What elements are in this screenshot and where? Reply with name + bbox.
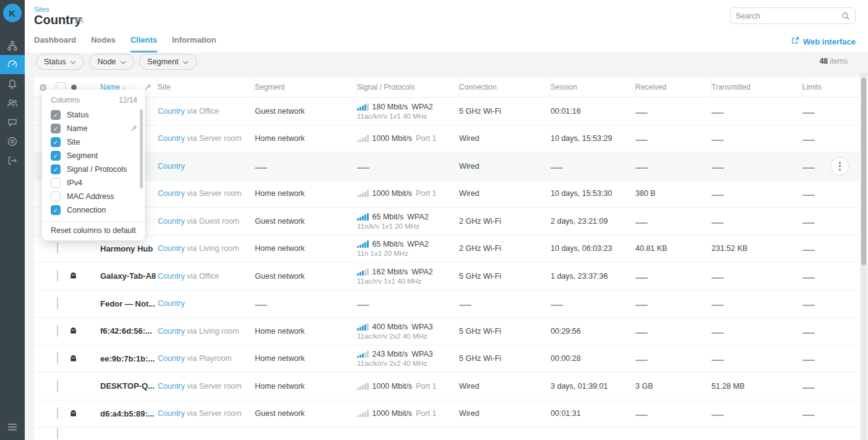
tab-dashboard[interactable]: Dashboard [34, 35, 76, 53]
limits-column-header[interactable]: Limits [802, 77, 860, 97]
empty-value-dash [711, 167, 724, 169]
breadcrumb[interactable]: Sites [34, 6, 49, 13]
popup-item-connection[interactable]: ✓Connection [42, 203, 145, 217]
private-mac-ghost-icon [69, 410, 97, 418]
popup-item-label: Name [67, 124, 87, 133]
tab-nodes[interactable]: Nodes [91, 35, 116, 53]
app-logo[interactable]: K [3, 4, 22, 22]
row-checkbox[interactable] [57, 270, 58, 282]
site-link[interactable]: Country [158, 134, 185, 143]
row-actions-kebab-button[interactable] [830, 157, 849, 176]
row-checkbox-cell [53, 353, 69, 364]
empty-value-dash [802, 277, 815, 279]
popup-item-segment[interactable]: ✓Segment [42, 149, 145, 163]
row-checkbox[interactable] [57, 352, 58, 364]
wifi-signal-icon [357, 350, 369, 358]
sidebar-item-notifications-bell[interactable] [0, 74, 25, 93]
columns-popup-count: 12/14 [119, 96, 137, 104]
popup-item-name[interactable]: ✓Name [42, 122, 145, 135]
site-link[interactable]: Country [158, 382, 185, 391]
popup-checkbox[interactable]: ✓ [51, 124, 61, 133]
table-row: ee:9b:7b:1b:...Country via PlayroomHome … [34, 345, 860, 373]
popup-item-signal-protocols[interactable]: ✓Signal / Protocols [42, 163, 145, 176]
tab-clients[interactable]: Clients [131, 35, 157, 53]
sidebar-item-users[interactable] [0, 93, 25, 112]
table-row: d6:a4:b5:89:...Country via Server roomGu… [34, 400, 860, 428]
transmitted-cell [711, 354, 802, 363]
transmitted-column-header[interactable]: Transmitted [711, 77, 802, 97]
session-column-header[interactable]: Session [550, 77, 635, 97]
empty-value-dash [551, 305, 563, 306]
session-cell: 00:00:28 [551, 354, 635, 363]
transmitted-cell: 51.28 MB [711, 382, 802, 391]
site-link[interactable]: Country [158, 354, 185, 363]
signal-column-header[interactable]: Signal / Protocols [356, 77, 459, 97]
sidebar-item-chat[interactable] [0, 112, 25, 132]
segment-column-header[interactable]: Segment [254, 77, 357, 97]
signal-line1: 1000 Mbit/sPort 1 [357, 134, 459, 143]
site-link[interactable]: Country [158, 327, 185, 336]
filter-segment[interactable]: Segment [139, 54, 197, 70]
row-checkbox[interactable] [57, 380, 58, 392]
empty-value-dash [802, 250, 815, 251]
filter-node[interactable]: Node [89, 54, 134, 70]
site-link[interactable]: Country [158, 162, 185, 171]
table-scrollbar-thumb[interactable] [861, 78, 866, 265]
search-icon[interactable] [841, 12, 850, 20]
site-link[interactable]: Country [158, 107, 185, 116]
sidebar-item-sites-tree[interactable] [0, 36, 25, 55]
table-row: CountryWired [34, 153, 860, 180]
site-link[interactable]: Country [158, 272, 185, 281]
row-checkbox[interactable] [57, 428, 58, 439]
limits-cell [802, 189, 860, 198]
popup-checkbox[interactable]: ✓ [51, 151, 61, 161]
empty-value-dash [255, 167, 267, 169]
pin-icon [130, 125, 137, 132]
site-cell: Country [158, 162, 255, 171]
popup-checkbox[interactable]: ✓ [51, 137, 61, 147]
signal-line1: 1000 Mbit/sPort 1 [357, 382, 459, 391]
signal-speed: 1000 Mbit/s [372, 382, 413, 391]
site-column-header[interactable]: Site [157, 77, 255, 97]
sidebar-item-logout[interactable] [0, 151, 25, 170]
popup-checkbox[interactable]: ✓ [51, 205, 61, 215]
reset-columns-button[interactable]: Reset columns to default [42, 221, 145, 240]
client-name: Fedor — Not... [97, 299, 158, 308]
row-checkbox[interactable] [57, 325, 58, 337]
site-cell: Country via Living room [158, 244, 255, 253]
search-input[interactable] [731, 12, 841, 20]
connection-column-header[interactable]: Connection [458, 77, 551, 97]
pin-icon [144, 83, 152, 91]
row-checkbox[interactable] [57, 297, 58, 309]
filter-label: Segment [147, 57, 178, 66]
signal-cell: 243 Mbit/sWPA311ac/k/r/v 2x2 40 MHz [357, 350, 459, 367]
popup-item-ipv4[interactable]: IPv4 [42, 176, 145, 190]
row-checkbox[interactable] [57, 407, 58, 419]
filter-status[interactable]: Status [36, 54, 84, 70]
tab-information[interactable]: Information [172, 35, 217, 53]
site-link[interactable]: Country [158, 244, 185, 253]
popup-item-site[interactable]: ✓Site [42, 135, 145, 149]
popup-item-mac-address[interactable]: MAC Address [42, 190, 145, 203]
popup-checkbox[interactable] [51, 192, 61, 201]
row-checkbox[interactable] [57, 242, 58, 254]
popup-scrollbar-thumb[interactable] [140, 109, 143, 188]
site-link[interactable]: Country [158, 299, 185, 308]
popup-checkbox[interactable] [51, 178, 61, 188]
popup-checkbox[interactable]: ✓ [51, 164, 61, 174]
menu-icon[interactable] [0, 419, 25, 435]
popup-item-status[interactable]: ✓Status [42, 108, 145, 122]
row-checkbox-cell [53, 428, 69, 439]
site-link[interactable]: Country [158, 189, 185, 198]
site-link[interactable]: Country [158, 409, 185, 418]
received-column-header[interactable]: Received [635, 77, 711, 97]
sidebar-item-dashboard-gauge[interactable] [0, 55, 25, 74]
popup-checkbox[interactable]: ✓ [51, 110, 61, 120]
segment-cell: Home network [255, 354, 357, 363]
received-cell [635, 107, 711, 116]
sidebar-item-target[interactable] [0, 132, 25, 151]
table-row: Country via OfficeGuest network180 Mbit/… [34, 98, 860, 125]
site-link[interactable]: Country [158, 217, 185, 226]
client-name: ee:9b:7b:1b:... [97, 354, 158, 363]
web-interface-link[interactable]: Web interface [791, 36, 856, 46]
